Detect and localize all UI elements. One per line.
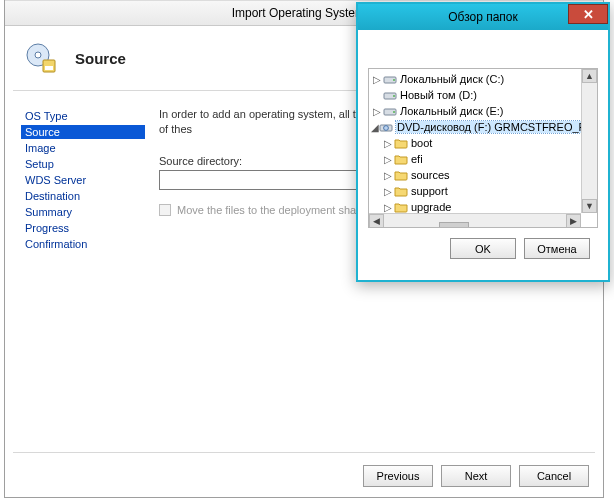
wizard-title: Import Operating System V <box>232 6 377 20</box>
expand-icon[interactable]: ▷ <box>371 74 382 85</box>
cancel-button[interactable]: Cancel <box>519 465 589 487</box>
page-title: Source <box>75 50 126 67</box>
dialog-buttons: OK Отмена <box>368 228 598 259</box>
scroll-left-icon[interactable]: ◀ <box>369 214 384 228</box>
folder-tree[interactable]: ▷Локальный диск (C:)Новый том (D:)▷Локал… <box>368 68 598 228</box>
expand-icon[interactable]: ▷ <box>382 154 393 165</box>
dvd-icon <box>379 121 393 134</box>
folder-icon <box>393 185 408 198</box>
dialog-title: Обзор папок <box>448 10 518 24</box>
svg-point-5 <box>393 79 395 81</box>
expand-icon[interactable]: ▷ <box>371 106 382 117</box>
previous-button[interactable]: Previous <box>363 465 433 487</box>
move-files-checkbox[interactable] <box>159 204 171 216</box>
tree-node-label: efi <box>411 153 423 165</box>
horizontal-scrollbar[interactable]: ◀ ▶ <box>369 213 581 227</box>
step-progress[interactable]: Progress <box>21 221 145 235</box>
drive-icon <box>382 73 397 86</box>
scroll-up-icon[interactable]: ▲ <box>582 69 597 83</box>
step-confirmation[interactable]: Confirmation <box>21 237 145 251</box>
tree-node[interactable]: ▷boot <box>369 135 597 151</box>
dialog-body: ▷Локальный диск (C:)Новый том (D:)▷Локал… <box>358 30 608 267</box>
step-source[interactable]: Source <box>21 125 145 139</box>
tree-node-label: Локальный диск (E:) <box>400 105 504 117</box>
step-list: OS TypeSourceImageSetupWDS ServerDestina… <box>5 91 145 431</box>
step-setup[interactable]: Setup <box>21 157 145 171</box>
cd-install-icon <box>25 42 57 74</box>
tree-node-label: Новый том (D:) <box>400 89 477 101</box>
expand-icon[interactable]: ▷ <box>382 138 393 149</box>
svg-rect-3 <box>45 66 53 70</box>
tree-node-label: DVD-дисковод (F:) GRMCSTFREO_RU_DVD <box>396 121 598 133</box>
svg-point-7 <box>393 95 395 97</box>
tree-node[interactable]: ▷support <box>369 183 597 199</box>
folder-icon <box>393 137 408 150</box>
browse-folder-dialog: Обзор папок ✕ ▷Локальный диск (C:)Новый … <box>356 2 610 282</box>
step-image[interactable]: Image <box>21 141 145 155</box>
dialog-titlebar: Обзор папок ✕ <box>358 4 608 30</box>
step-os-type[interactable]: OS Type <box>21 109 145 123</box>
divider <box>13 452 595 453</box>
folder-icon <box>393 153 408 166</box>
dialog-cancel-button[interactable]: Отмена <box>524 238 590 259</box>
tree-node-label: sources <box>411 169 450 181</box>
tree-node[interactable]: ▷sources <box>369 167 597 183</box>
folder-icon <box>393 169 408 182</box>
expand-icon[interactable]: ▷ <box>382 186 393 197</box>
expand-icon[interactable]: ▷ <box>382 170 393 181</box>
svg-point-11 <box>384 126 389 131</box>
step-destination[interactable]: Destination <box>21 189 145 203</box>
tree-node[interactable]: ▷efi <box>369 151 597 167</box>
tree-node-label: support <box>411 185 448 197</box>
tree-node[interactable]: ▷Локальный диск (E:) <box>369 103 597 119</box>
tree-node[interactable]: ▷Локальный диск (C:) <box>369 71 597 87</box>
expand-icon[interactable]: ◢ <box>371 122 379 133</box>
svg-point-9 <box>393 111 395 113</box>
drive-icon <box>382 105 397 118</box>
folder-icon <box>393 201 408 214</box>
ok-button[interactable]: OK <box>450 238 516 259</box>
close-icon: ✕ <box>583 7 594 22</box>
step-wds-server[interactable]: WDS Server <box>21 173 145 187</box>
scroll-right-icon[interactable]: ▶ <box>566 214 581 228</box>
drive-icon <box>382 89 397 102</box>
svg-point-1 <box>35 52 41 58</box>
next-button[interactable]: Next <box>441 465 511 487</box>
move-files-label: Move the files to the deployment share i… <box>177 204 386 216</box>
scroll-down-icon[interactable]: ▼ <box>582 199 597 213</box>
expand-icon[interactable]: ▷ <box>382 202 393 213</box>
tree-node[interactable]: Новый том (D:) <box>369 87 597 103</box>
tree-node-label: boot <box>411 137 432 149</box>
tree-node-label: Локальный диск (C:) <box>400 73 504 85</box>
tree-node-label: upgrade <box>411 201 451 213</box>
step-summary[interactable]: Summary <box>21 205 145 219</box>
tree-node[interactable]: ◢DVD-дисковод (F:) GRMCSTFREO_RU_DVD <box>369 119 597 135</box>
wizard-footer: Previous Next Cancel <box>363 465 589 487</box>
vertical-scrollbar[interactable]: ▲ ▼ <box>581 69 597 213</box>
close-button[interactable]: ✕ <box>568 4 608 24</box>
